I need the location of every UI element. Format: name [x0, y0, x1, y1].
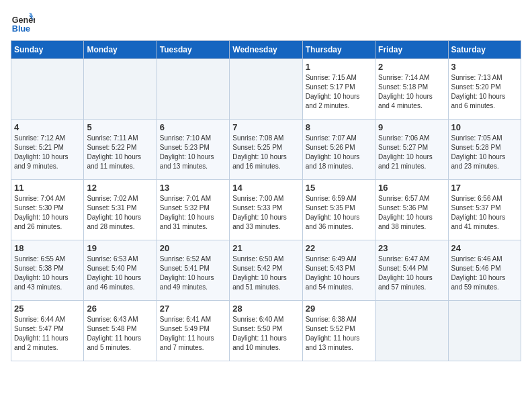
calendar-cell: 18Sunrise: 6:55 AM Sunset: 5:38 PM Dayli… [11, 240, 84, 301]
day-info: Sunrise: 7:02 AM Sunset: 5:31 PM Dayligh… [87, 194, 153, 232]
day-number: 16 [378, 183, 445, 193]
day-info: Sunrise: 6:55 AM Sunset: 5:38 PM Dayligh… [14, 255, 81, 292]
day-info: Sunrise: 7:12 AM Sunset: 5:21 PM Dayligh… [14, 134, 81, 171]
day-info: Sunrise: 7:08 AM Sunset: 5:25 PM Dayligh… [232, 134, 299, 171]
day-info: Sunrise: 6:47 AM Sunset: 5:44 PM Dayligh… [378, 255, 445, 292]
calendar-cell: 14Sunrise: 7:00 AM Sunset: 5:33 PM Dayli… [230, 180, 302, 240]
day-number: 7 [232, 122, 299, 132]
day-number: 19 [87, 243, 153, 253]
day-number: 23 [378, 243, 445, 253]
day-info: Sunrise: 6:38 AM Sunset: 5:52 PM Dayligh… [306, 315, 372, 353]
day-number: 6 [160, 122, 226, 132]
day-number: 4 [14, 122, 81, 132]
day-info: Sunrise: 7:01 AM Sunset: 5:32 PM Dayligh… [160, 194, 226, 232]
day-info: Sunrise: 7:06 AM Sunset: 5:27 PM Dayligh… [378, 134, 445, 171]
calendar-cell: 26Sunrise: 6:43 AM Sunset: 5:48 PM Dayli… [84, 301, 157, 361]
day-info: Sunrise: 7:15 AM Sunset: 5:17 PM Dayligh… [306, 73, 372, 111]
calendar-cell: 19Sunrise: 6:53 AM Sunset: 5:40 PM Dayli… [84, 240, 157, 301]
calendar-week-4: 18Sunrise: 6:55 AM Sunset: 5:38 PM Dayli… [11, 240, 521, 301]
calendar-cell: 4Sunrise: 7:12 AM Sunset: 5:21 PM Daylig… [11, 120, 84, 180]
day-number: 13 [160, 183, 226, 193]
day-number: 29 [306, 304, 372, 314]
calendar-cell: 3Sunrise: 7:13 AM Sunset: 5:20 PM Daylig… [448, 59, 521, 120]
day-number: 18 [14, 243, 81, 253]
day-number: 28 [232, 304, 299, 314]
day-number: 9 [378, 122, 445, 132]
day-number: 12 [87, 183, 153, 193]
calendar-body: 1Sunrise: 7:15 AM Sunset: 5:17 PM Daylig… [11, 59, 521, 361]
calendar-cell: 10Sunrise: 7:05 AM Sunset: 5:28 PM Dayli… [448, 120, 521, 180]
calendar-week-1: 1Sunrise: 7:15 AM Sunset: 5:17 PM Daylig… [11, 59, 521, 120]
logo-icon: General Blue [11, 11, 35, 35]
calendar-cell: 16Sunrise: 6:57 AM Sunset: 5:36 PM Dayli… [375, 180, 448, 240]
calendar-cell: 20Sunrise: 6:52 AM Sunset: 5:41 PM Dayli… [157, 240, 229, 301]
calendar-cell: 17Sunrise: 6:56 AM Sunset: 5:37 PM Dayli… [448, 180, 521, 240]
calendar-cell: 13Sunrise: 7:01 AM Sunset: 5:32 PM Dayli… [157, 180, 229, 240]
day-number: 17 [451, 183, 518, 193]
calendar-cell: 5Sunrise: 7:11 AM Sunset: 5:22 PM Daylig… [84, 120, 157, 180]
day-info: Sunrise: 7:11 AM Sunset: 5:22 PM Dayligh… [87, 134, 153, 171]
calendar-cell: 8Sunrise: 7:07 AM Sunset: 5:26 PM Daylig… [302, 120, 375, 180]
day-number: 5 [87, 122, 153, 132]
day-info: Sunrise: 7:10 AM Sunset: 5:23 PM Dayligh… [160, 134, 226, 171]
weekday-header-friday: Friday [375, 41, 448, 59]
day-number: 8 [306, 122, 372, 132]
day-number: 27 [160, 304, 226, 314]
day-info: Sunrise: 6:50 AM Sunset: 5:42 PM Dayligh… [232, 255, 299, 292]
page-header: General Blue [11, 11, 521, 35]
calendar-cell: 27Sunrise: 6:41 AM Sunset: 5:49 PM Dayli… [157, 301, 229, 361]
day-number: 15 [306, 183, 372, 193]
calendar-cell: 25Sunrise: 6:44 AM Sunset: 5:47 PM Dayli… [11, 301, 84, 361]
logo: General Blue [11, 11, 39, 35]
day-info: Sunrise: 6:46 AM Sunset: 5:46 PM Dayligh… [451, 255, 518, 292]
calendar-cell [448, 301, 521, 361]
calendar-cell: 6Sunrise: 7:10 AM Sunset: 5:23 PM Daylig… [157, 120, 229, 180]
weekday-header-saturday: Saturday [448, 41, 521, 59]
weekday-header-wednesday: Wednesday [230, 41, 302, 59]
day-info: Sunrise: 6:40 AM Sunset: 5:50 PM Dayligh… [232, 315, 299, 353]
day-info: Sunrise: 7:14 AM Sunset: 5:18 PM Dayligh… [378, 73, 445, 111]
day-number: 2 [378, 62, 445, 72]
day-number: 24 [451, 243, 518, 253]
day-number: 1 [306, 62, 372, 72]
weekday-header-monday: Monday [84, 41, 157, 59]
weekday-header-sunday: Sunday [11, 41, 84, 59]
calendar-cell: 12Sunrise: 7:02 AM Sunset: 5:31 PM Dayli… [84, 180, 157, 240]
day-number: 20 [160, 243, 226, 253]
calendar-cell: 28Sunrise: 6:40 AM Sunset: 5:50 PM Dayli… [230, 301, 302, 361]
day-number: 11 [14, 183, 81, 193]
day-info: Sunrise: 6:52 AM Sunset: 5:41 PM Dayligh… [160, 255, 226, 292]
calendar-cell: 2Sunrise: 7:14 AM Sunset: 5:18 PM Daylig… [375, 59, 448, 120]
day-number: 21 [232, 243, 299, 253]
weekday-header-tuesday: Tuesday [157, 41, 229, 59]
day-info: Sunrise: 7:00 AM Sunset: 5:33 PM Dayligh… [232, 194, 299, 232]
calendar-cell: 9Sunrise: 7:06 AM Sunset: 5:27 PM Daylig… [375, 120, 448, 180]
calendar-cell [230, 59, 302, 120]
calendar-cell [11, 59, 84, 120]
calendar-cell [84, 59, 157, 120]
day-info: Sunrise: 6:44 AM Sunset: 5:47 PM Dayligh… [14, 315, 81, 353]
day-info: Sunrise: 6:43 AM Sunset: 5:48 PM Dayligh… [87, 315, 153, 353]
calendar-cell: 29Sunrise: 6:38 AM Sunset: 5:52 PM Dayli… [302, 301, 375, 361]
calendar-table: SundayMondayTuesdayWednesdayThursdayFrid… [11, 40, 521, 361]
day-info: Sunrise: 6:53 AM Sunset: 5:40 PM Dayligh… [87, 255, 153, 292]
day-number: 25 [14, 304, 81, 314]
calendar-week-2: 4Sunrise: 7:12 AM Sunset: 5:21 PM Daylig… [11, 120, 521, 180]
calendar-cell: 24Sunrise: 6:46 AM Sunset: 5:46 PM Dayli… [448, 240, 521, 301]
calendar-cell: 1Sunrise: 7:15 AM Sunset: 5:17 PM Daylig… [302, 59, 375, 120]
calendar-cell: 23Sunrise: 6:47 AM Sunset: 5:44 PM Dayli… [375, 240, 448, 301]
calendar-cell: 21Sunrise: 6:50 AM Sunset: 5:42 PM Dayli… [230, 240, 302, 301]
weekday-header-thursday: Thursday [302, 41, 375, 59]
day-info: Sunrise: 6:49 AM Sunset: 5:43 PM Dayligh… [306, 255, 372, 292]
svg-text:Blue: Blue [12, 24, 30, 34]
day-number: 3 [451, 62, 518, 72]
calendar-cell: 11Sunrise: 7:04 AM Sunset: 5:30 PM Dayli… [11, 180, 84, 240]
day-info: Sunrise: 6:41 AM Sunset: 5:49 PM Dayligh… [160, 315, 226, 353]
calendar-cell: 15Sunrise: 6:59 AM Sunset: 5:35 PM Dayli… [302, 180, 375, 240]
day-info: Sunrise: 7:05 AM Sunset: 5:28 PM Dayligh… [451, 134, 518, 171]
calendar-header-row: SundayMondayTuesdayWednesdayThursdayFrid… [11, 41, 521, 59]
calendar-cell: 7Sunrise: 7:08 AM Sunset: 5:25 PM Daylig… [230, 120, 302, 180]
calendar-cell: 22Sunrise: 6:49 AM Sunset: 5:43 PM Dayli… [302, 240, 375, 301]
calendar-week-5: 25Sunrise: 6:44 AM Sunset: 5:47 PM Dayli… [11, 301, 521, 361]
day-info: Sunrise: 7:07 AM Sunset: 5:26 PM Dayligh… [306, 134, 372, 171]
